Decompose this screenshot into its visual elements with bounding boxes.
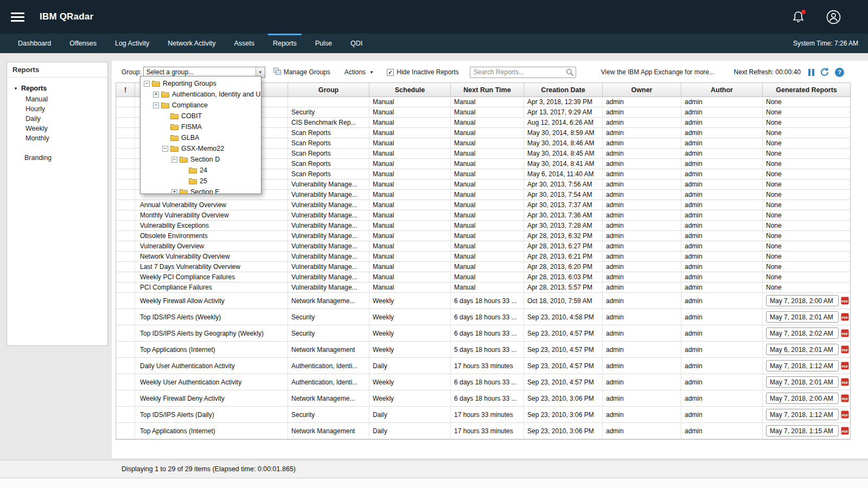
generated-report-select[interactable]: May 7, 2018, 2:02 AM (766, 328, 839, 339)
pdf-icon[interactable]: PDF (841, 362, 849, 370)
pdf-icon[interactable]: PDF (841, 410, 849, 419)
pause-refresh-button[interactable] (808, 69, 814, 76)
table-row[interactable]: Top IDS/IPS Alerts (Daily)SecurityDaily1… (116, 407, 850, 423)
sidebar-root-reports[interactable]: ▼ Reports (14, 85, 107, 92)
table-row[interactable]: Last 7 Days Vulnerability OverviewVulner… (116, 262, 850, 272)
cell-owner: admin (603, 97, 681, 107)
table-row[interactable]: Annual Vulnerability OverviewVulnerabili… (116, 200, 850, 210)
group-tree-item-section-d[interactable]: −Section D (141, 154, 261, 165)
group-tree-item-25[interactable]: 25 (141, 176, 261, 187)
table-row[interactable]: Top IDS/IPS Alerts (Weekly)SecurityWeekl… (116, 309, 850, 325)
app-exchange-link[interactable]: View the IBM App Exchange for more... (601, 68, 714, 76)
table-row[interactable]: Top IDS/IPS Alerts by Geography (Weekly)… (116, 325, 850, 342)
table-row[interactable]: Weekly User Authentication ActivityAuthe… (116, 374, 850, 390)
table-row[interactable]: Monthly Vulnerability OverviewVulnerabil… (116, 210, 850, 221)
column-header-next-run-time[interactable]: Next Run Time (451, 83, 524, 97)
group-tree-item-gsx-memo22[interactable]: −GSX-Memo22 (141, 143, 261, 154)
tab-pulse[interactable]: Pulse (306, 34, 341, 53)
help-button[interactable]: ? (835, 68, 844, 77)
group-tree-item-24[interactable]: 24 (141, 165, 261, 176)
row-flag-cell (116, 423, 135, 439)
search-icon[interactable] (566, 68, 574, 76)
hamburger-menu-icon[interactable] (11, 12, 24, 22)
group-tree-item-cobit[interactable]: COBIT (141, 111, 261, 121)
generated-report-select[interactable]: May 7, 2018, 1:12 AM (766, 360, 839, 371)
tree-expanded-caret-icon[interactable]: ▼ (14, 86, 18, 91)
expand-icon[interactable]: + (153, 92, 159, 98)
table-row[interactable]: Vulnerability OverviewVulnerability Mana… (116, 241, 850, 252)
notifications-bell-icon[interactable] (792, 10, 805, 24)
table-row[interactable]: Network Vulnerability OverviewVulnerabil… (116, 252, 850, 262)
generated-report-select[interactable]: May 7, 2018, 2:01 AM (766, 376, 839, 388)
pdf-icon[interactable]: PDF (841, 427, 849, 435)
hide-inactive-reports-toggle[interactable]: ✓ Hide Inactive Reports (387, 68, 459, 76)
table-row[interactable]: Top Applications (Internet)Network Manag… (116, 342, 850, 358)
table-row[interactable]: PCI Compliance FailuresVulnerability Man… (116, 282, 850, 293)
tab-offenses[interactable]: Offenses (60, 34, 106, 53)
sidebar-item-branding[interactable]: Branding (24, 154, 107, 162)
cell-author: admin (681, 138, 763, 148)
generated-report-select[interactable]: May 7, 2018, 1:12 AM (766, 409, 839, 420)
group-tree-item-fisma[interactable]: FISMA (141, 121, 261, 132)
generated-report-select[interactable]: May 7, 2018, 2:00 AM (766, 295, 839, 306)
cell-created: May 30, 2014, 8:46 AM (524, 138, 603, 148)
generated-report-select[interactable]: May 7, 2018, 2:00 AM (766, 393, 839, 404)
group-tree-item-section-e[interactable]: +Section E (141, 187, 261, 194)
table-row[interactable]: Weekly PCI Compliance FailuresVulnerabil… (116, 272, 850, 282)
sidebar-item-hourly[interactable]: Hourly (25, 105, 107, 113)
cell-generated-reports: None (763, 169, 850, 179)
hide-inactive-checkbox[interactable]: ✓ (387, 69, 394, 76)
tab-assets[interactable]: Assets (225, 34, 264, 53)
column-header-owner[interactable]: Owner (603, 83, 681, 97)
user-account-icon[interactable] (826, 10, 841, 24)
table-row[interactable]: Daily User Authentication ActivityAuthen… (116, 358, 850, 374)
table-row[interactable]: Weekly Firewall Deny ActivityNetwork Man… (116, 390, 850, 407)
table-row[interactable]: Vulnerability ExceptionsVulnerability Ma… (116, 221, 850, 231)
sidebar-item-monthly[interactable]: Monthly (25, 134, 107, 142)
sidebar-item-manual[interactable]: Manual (25, 95, 107, 103)
manage-groups-button[interactable]: Manage Groups (273, 68, 330, 76)
table-row[interactable]: Top Applications (Internet)Network Manag… (116, 423, 850, 439)
pdf-icon[interactable]: PDF (841, 394, 849, 402)
collapse-icon[interactable]: − (171, 157, 177, 163)
expand-icon[interactable]: + (171, 189, 177, 195)
pdf-icon[interactable]: PDF (841, 297, 849, 305)
cell-author: admin (681, 342, 763, 357)
column-header-schedule[interactable]: Schedule (369, 83, 451, 97)
collapse-icon[interactable]: − (153, 102, 159, 108)
refresh-button[interactable] (820, 67, 829, 77)
column-header-author[interactable]: Author (681, 83, 763, 97)
table-row[interactable]: Obsolete EnvironmentsVulnerability Manag… (116, 231, 850, 241)
folder-icon (170, 134, 178, 141)
tab-dashboard[interactable]: Dashboard (9, 34, 60, 53)
actions-menu-button[interactable]: Actions ▼ (344, 68, 374, 76)
pdf-icon[interactable]: PDF (841, 378, 849, 386)
generated-report-select[interactable]: May 6, 2018, 2:01 AM (766, 344, 839, 355)
sidebar-item-daily[interactable]: Daily (25, 115, 107, 123)
tab-qdi[interactable]: QDI (341, 34, 372, 53)
pdf-icon[interactable]: PDF (841, 313, 849, 321)
collapse-icon[interactable]: − (144, 81, 150, 87)
generated-report-select[interactable]: May 7, 2018, 2:01 AM (766, 311, 839, 323)
group-tree-item-authentication-identity-and-u[interactable]: +Authentication, Identity and U (141, 89, 261, 100)
search-input[interactable] (470, 67, 576, 78)
generated-report-select[interactable]: May 7, 2018, 1:15 AM (766, 425, 839, 436)
group-tree-item-compliance[interactable]: −Compliance (141, 100, 261, 111)
sidebar-item-weekly[interactable]: Weekly (25, 125, 107, 132)
table-row[interactable]: Weekly Firewall Allow ActivityNetwork Ma… (116, 293, 850, 309)
group-tree-item-reporting-groups[interactable]: −Reporting Groups (141, 78, 261, 89)
tab-log-activity[interactable]: Log Activity (106, 34, 158, 53)
collapse-icon[interactable]: − (162, 146, 168, 152)
column-header-group[interactable]: Group (288, 83, 369, 97)
column-header-creation-date[interactable]: Creation Date (524, 83, 603, 97)
column-header-generated-reports[interactable]: Generated Reports (763, 83, 850, 97)
pdf-icon[interactable]: PDF (841, 329, 849, 337)
cell-group: Vulnerability Manage... (288, 241, 369, 251)
group-tree-item-glba[interactable]: GLBA (141, 132, 261, 143)
tab-reports[interactable]: Reports (264, 34, 306, 53)
column-header-flag[interactable]: ! (116, 83, 135, 97)
cell-owner: admin (603, 138, 681, 148)
pdf-icon[interactable]: PDF (841, 345, 849, 354)
tab-network-activity[interactable]: Network Activity (158, 34, 225, 53)
cell-next_run: Manual (451, 241, 524, 251)
